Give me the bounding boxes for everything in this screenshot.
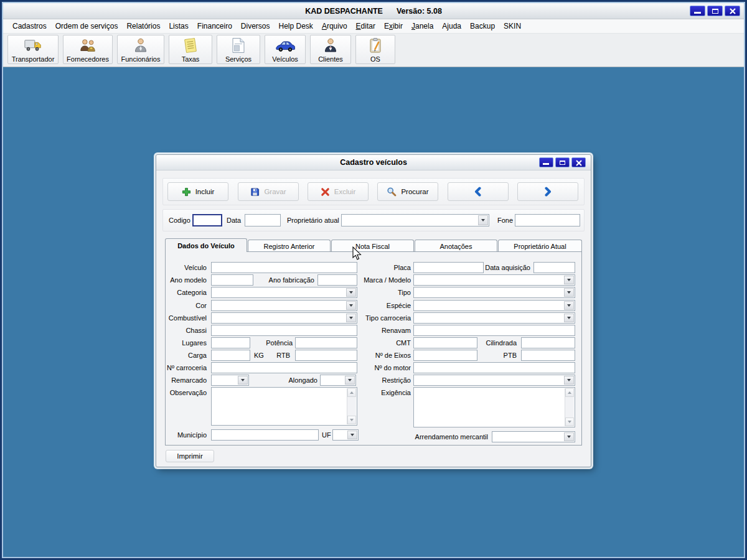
exigencia-textarea[interactable]: [413, 387, 575, 427]
procurar-button[interactable]: Procurar: [377, 182, 438, 201]
ano-fabricacao-input[interactable]: [317, 274, 357, 286]
toolbar-button-funcionarios[interactable]: Funcionários: [117, 35, 164, 64]
alongado-combo[interactable]: [320, 375, 356, 386]
tab-dados-do-veiculo[interactable]: Dados do Veículo: [165, 238, 247, 252]
chevron-down-icon[interactable]: [564, 276, 574, 284]
data-input[interactable]: [245, 214, 281, 226]
chevron-down-icon[interactable]: [564, 288, 574, 297]
minimize-button[interactable]: [690, 6, 705, 16]
fone-input[interactable]: [515, 214, 580, 226]
menu-exibir[interactable]: Exibir: [380, 20, 407, 32]
chevron-down-icon[interactable]: [564, 376, 574, 385]
data-aquisicao-input[interactable]: [533, 262, 575, 273]
n-carroceria-input[interactable]: [211, 362, 357, 373]
remarcado-combo[interactable]: [211, 375, 249, 386]
cor-combo[interactable]: [211, 300, 357, 311]
cilindrada-input[interactable]: [521, 337, 575, 348]
chevron-down-icon[interactable]: [564, 301, 574, 310]
menu-ordem-de-servicos[interactable]: Ordem de serviços: [51, 20, 123, 32]
menu-backup[interactable]: Backup: [466, 20, 499, 32]
incluir-button[interactable]: Incluir: [167, 182, 228, 201]
scrollbar[interactable]: [347, 388, 356, 424]
renavam-input[interactable]: [413, 325, 575, 336]
dialog-maximize-button[interactable]: [555, 157, 570, 167]
cmt-input[interactable]: [413, 337, 477, 348]
chevron-down-icon[interactable]: [347, 431, 357, 439]
codigo-input[interactable]: [192, 214, 222, 226]
excluir-button[interactable]: Excluir: [308, 182, 369, 201]
minimize-icon: [694, 12, 701, 14]
n-do-motor-input[interactable]: [413, 362, 575, 373]
tab-proprietario-atual[interactable]: Proprietário Atual: [498, 240, 582, 252]
previous-record-button[interactable]: [448, 182, 509, 201]
next-record-button[interactable]: [517, 182, 578, 201]
chevron-down-icon[interactable]: [345, 376, 355, 385]
menu-arquivo[interactable]: Arquivo: [317, 20, 352, 32]
mdi-desktop: Cadastro veículos Incluir: [3, 67, 744, 557]
close-button[interactable]: [725, 6, 740, 16]
lugares-input[interactable]: [211, 337, 250, 348]
menu-diversos[interactable]: Diversos: [237, 20, 275, 32]
toolbar-button-fornecedores[interactable]: Fornecedores: [63, 35, 113, 64]
chevron-down-icon[interactable]: [564, 432, 574, 441]
toolbar-label: Veículos: [272, 55, 298, 63]
arrendamento-mercantil-combo[interactable]: [492, 431, 575, 442]
menu-financeiro[interactable]: Financeiro: [193, 20, 237, 32]
scroll-up-icon[interactable]: [565, 388, 574, 397]
placa-input[interactable]: [413, 262, 484, 273]
toolbar-button-taxas[interactable]: Taxas: [169, 35, 212, 64]
dialog-close-button[interactable]: [571, 157, 586, 167]
chevron-down-icon[interactable]: [238, 376, 248, 385]
combustivel-combo[interactable]: [211, 312, 357, 324]
tab-registro-anterior[interactable]: Registro Anterior: [248, 240, 331, 252]
toolbar-button-veiculos[interactable]: Veículos: [265, 35, 306, 64]
menu-janela[interactable]: Janela: [407, 20, 438, 32]
maximize-icon: [712, 9, 718, 14]
restricao-combo[interactable]: [413, 375, 575, 386]
toolbar-button-os[interactable]: OS: [355, 35, 395, 64]
maximize-button[interactable]: [707, 6, 723, 16]
imprimir-button[interactable]: Imprimir: [166, 450, 214, 462]
scroll-down-icon[interactable]: [347, 416, 356, 424]
tab-anotacoes[interactable]: Anotações: [415, 240, 497, 252]
toolbar-button-clientes[interactable]: Clientes: [310, 35, 351, 64]
chevron-down-icon[interactable]: [346, 314, 356, 322]
categoria-combo[interactable]: [211, 287, 357, 298]
menu-help-desk[interactable]: Help Desk: [275, 20, 317, 32]
scroll-up-icon[interactable]: [347, 388, 356, 397]
chevron-down-icon[interactable]: [346, 288, 356, 297]
tipo-carroceria-combo[interactable]: [413, 312, 575, 324]
chevron-down-icon[interactable]: [346, 301, 356, 310]
n-de-eixos-input[interactable]: [413, 350, 477, 361]
ano-modelo-input[interactable]: [211, 274, 253, 286]
tipo-combo[interactable]: [413, 287, 575, 298]
scrollbar[interactable]: [565, 388, 574, 426]
observacao-textarea[interactable]: [211, 387, 357, 426]
chevron-down-icon[interactable]: [564, 314, 574, 322]
gravar-button[interactable]: Gravar: [238, 182, 299, 201]
veiculo-input[interactable]: [211, 262, 357, 273]
marca-modelo-combo[interactable]: [413, 274, 575, 286]
chevron-down-icon[interactable]: [478, 215, 488, 225]
uf-combo[interactable]: [332, 429, 359, 441]
proprietario-atual-combo[interactable]: [341, 214, 489, 226]
toolbar-button-servicos[interactable]: Serviços: [217, 35, 260, 64]
menu-relatorios[interactable]: Relatórios: [122, 20, 164, 32]
chassi-input[interactable]: [211, 325, 357, 336]
categoria-label: Categoria: [177, 287, 207, 298]
especie-combo[interactable]: [413, 300, 575, 311]
dialog-minimize-button[interactable]: [539, 157, 553, 167]
scroll-down-icon[interactable]: [565, 418, 574, 426]
rtb-input[interactable]: [295, 350, 357, 361]
tab-nota-fiscal[interactable]: Nota Fiscal: [331, 240, 414, 252]
menu-skin[interactable]: SKIN: [499, 20, 525, 32]
potencia-input[interactable]: [295, 337, 357, 348]
carga-input[interactable]: [211, 350, 250, 361]
toolbar-button-transportador[interactable]: Transportador: [7, 35, 59, 64]
municipio-input[interactable]: [211, 429, 319, 441]
menu-cadastros[interactable]: Cadastros: [8, 20, 51, 32]
ptb-input[interactable]: [521, 350, 575, 361]
menu-listas[interactable]: Listas: [164, 20, 192, 32]
menu-editar[interactable]: Editar: [352, 20, 380, 32]
menu-ajuda[interactable]: Ajuda: [438, 20, 466, 32]
